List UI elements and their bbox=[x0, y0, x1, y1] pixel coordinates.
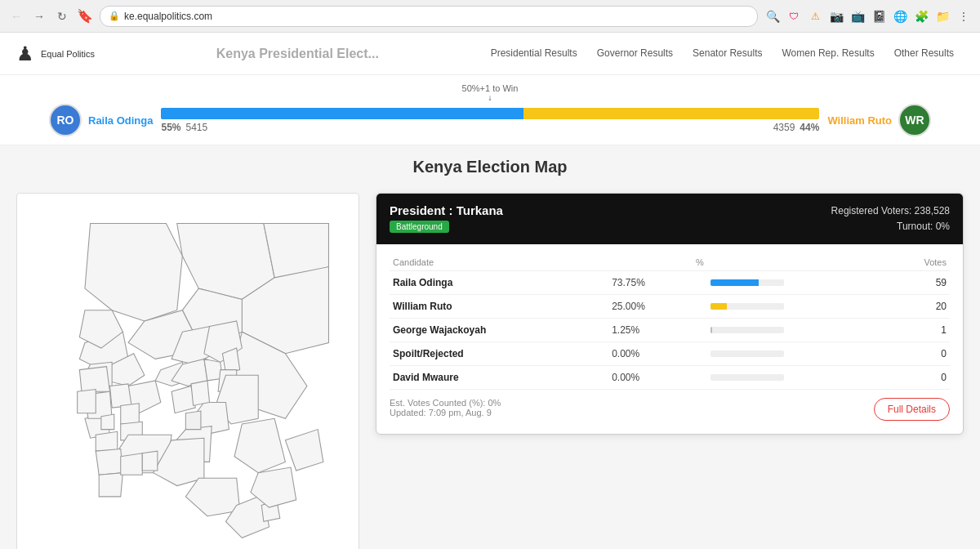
nav-other[interactable]: Other Results bbox=[884, 42, 964, 65]
lock-icon: 🔒 bbox=[109, 11, 120, 21]
turnout-label: Turnout: bbox=[897, 221, 933, 232]
back-button[interactable]: ← bbox=[8, 8, 24, 25]
col-candidate: Candidate bbox=[390, 251, 608, 271]
address-bar[interactable]: 🔒 ke.equalpolitics.com bbox=[100, 6, 758, 27]
col-pct: % bbox=[608, 251, 707, 271]
right-pct: 44% bbox=[800, 122, 819, 133]
county-tana-river[interactable] bbox=[234, 418, 285, 472]
candidate-name-left: Raila Odinga bbox=[88, 114, 153, 127]
candidate-votes-cell: 59 bbox=[886, 271, 950, 295]
menu-icon[interactable]: ⋮ bbox=[956, 8, 972, 25]
map-container[interactable]: **Click/Hover on the map to view county … bbox=[16, 193, 359, 549]
site-title: Kenya Presidential Elect... bbox=[114, 47, 481, 61]
results-header: President : Turkana Battleground Registe… bbox=[376, 194, 963, 244]
translate-icon[interactable]: 🌐 bbox=[892, 8, 908, 25]
county-muranga[interactable] bbox=[191, 381, 210, 406]
county-kisii[interactable] bbox=[121, 453, 143, 475]
county-turkana[interactable] bbox=[85, 224, 182, 321]
nav-women-rep[interactable]: Women Rep. Results bbox=[772, 42, 884, 65]
bookmark-icon[interactable]: 🔖 bbox=[77, 8, 93, 25]
county-nandi[interactable] bbox=[109, 384, 131, 408]
camera-icon[interactable]: 📷 bbox=[828, 8, 844, 25]
county-bungoma[interactable] bbox=[79, 367, 109, 392]
candidate-pct-cell: 0.00% bbox=[608, 366, 707, 390]
updated-value: 7:09 pm, Aug. 9 bbox=[429, 408, 492, 417]
forward-button[interactable]: → bbox=[31, 8, 47, 25]
registered-voters-value: 238,528 bbox=[915, 205, 950, 216]
section-title: Kenya Election Map bbox=[16, 158, 964, 176]
main-content: Kenya Election Map bbox=[0, 145, 980, 549]
screen-icon[interactable]: 📺 bbox=[849, 8, 866, 25]
search-icon[interactable]: 🔍 bbox=[764, 8, 781, 25]
candidate-bar-cell bbox=[707, 366, 886, 390]
updated-label: Updated: bbox=[390, 408, 426, 417]
downloads-icon[interactable]: 📁 bbox=[934, 8, 951, 25]
county-lamu[interactable] bbox=[285, 430, 323, 471]
county-kericho[interactable] bbox=[121, 404, 140, 424]
candidate-name-cell: Raila Odinga bbox=[390, 271, 608, 295]
candidate-name-cell: William Ruto bbox=[390, 295, 608, 319]
logo[interactable]: ♟ Equal Politics bbox=[16, 42, 114, 65]
footer-info: Full Details Est. Votes Counted (%): 0% … bbox=[390, 398, 950, 421]
county-nyamira[interactable] bbox=[142, 451, 158, 471]
left-votes: 5415 bbox=[186, 122, 208, 133]
candidate-pct-cell: 0.00% bbox=[608, 342, 707, 366]
candidate-right: William Ruto WR bbox=[827, 104, 931, 136]
extensions-icon[interactable]: 🧩 bbox=[913, 8, 929, 25]
avatar-right: WR bbox=[898, 104, 931, 136]
county-busia[interactable] bbox=[78, 390, 96, 413]
map-section: **Click/Hover on the map to view county … bbox=[16, 193, 964, 549]
candidate-bar-cell bbox=[707, 319, 886, 342]
results-panel: President : Turkana Battleground Registe… bbox=[376, 193, 964, 435]
logo-text: Equal Politics bbox=[41, 49, 95, 59]
full-details-button[interactable]: Full Details bbox=[874, 398, 950, 421]
candidate-left: RO Raila Odinga bbox=[49, 104, 153, 136]
avatar-left: RO bbox=[49, 104, 82, 136]
candidate-bar: 50%+1 to Win ↓ RO Raila Odinga 55% 5415 … bbox=[0, 75, 980, 145]
est-votes-label: Est. Votes Counted (%): bbox=[390, 398, 485, 408]
candidate-votes-cell: 1 bbox=[886, 319, 950, 342]
candidate-bar-cell bbox=[707, 342, 886, 366]
logo-icon: ♟ bbox=[16, 42, 34, 65]
notes-icon[interactable]: 📓 bbox=[871, 8, 887, 25]
progress-bar bbox=[161, 108, 819, 119]
battleground-badge: Battleground bbox=[390, 221, 449, 233]
county-taita[interactable] bbox=[185, 478, 239, 516]
bar-blue bbox=[161, 108, 523, 119]
shield-icon[interactable]: 🛡 bbox=[786, 8, 802, 25]
right-votes: 4359 bbox=[773, 122, 795, 133]
county-migori[interactable] bbox=[99, 473, 122, 497]
candidate-votes-cell: 20 bbox=[886, 295, 950, 319]
county-homa-bay[interactable] bbox=[96, 449, 122, 475]
nav-governor[interactable]: Governor Results bbox=[587, 42, 683, 65]
results-body: Candidate % Votes Raila Odinga 73.75% bbox=[376, 251, 963, 434]
candidate-name-cell: David Mwaure bbox=[390, 366, 608, 390]
kenya-map[interactable] bbox=[25, 202, 350, 549]
county-vihiga[interactable] bbox=[101, 414, 114, 430]
left-pct: 55% bbox=[161, 122, 180, 133]
nav-links: Presidential Results Governor Results Se… bbox=[481, 42, 964, 65]
counties[interactable] bbox=[78, 224, 329, 538]
table-row: Raila Odinga 73.75% 59 bbox=[390, 271, 950, 295]
table-row: Spoilt/Rejected 0.00% 0 bbox=[390, 342, 950, 366]
candidate-bar-cell bbox=[707, 271, 886, 295]
registered-voters-label: Registered Voters: bbox=[831, 205, 912, 216]
stats-row: 55% 5415 4359 44% bbox=[161, 122, 819, 133]
est-votes-value: 0% bbox=[488, 398, 501, 408]
col-votes: Votes bbox=[886, 251, 950, 271]
candidate-bar-cell bbox=[707, 295, 886, 319]
nav-senator[interactable]: Senator Results bbox=[683, 42, 772, 65]
navbar: ♟ Equal Politics Kenya Presidential Elec… bbox=[0, 33, 980, 75]
county-kisumu[interactable] bbox=[96, 431, 118, 451]
nav-presidential[interactable]: Presidential Results bbox=[481, 42, 587, 65]
alert-icon[interactable]: ⚠ bbox=[807, 8, 823, 25]
progress-container: 55% 5415 4359 44% bbox=[161, 108, 819, 133]
win-arrow: ↓ bbox=[49, 93, 931, 102]
table-row: William Ruto 25.00% 20 bbox=[390, 295, 950, 319]
county-nairobi[interactable] bbox=[185, 411, 201, 430]
results-table: Candidate % Votes Raila Odinga 73.75% bbox=[390, 251, 950, 390]
turnout-value: 0% bbox=[936, 221, 950, 232]
candidate-pct-cell: 73.75% bbox=[608, 271, 707, 295]
refresh-button[interactable]: ↻ bbox=[54, 8, 70, 25]
candidate-name-cell: Spoilt/Rejected bbox=[390, 342, 608, 366]
